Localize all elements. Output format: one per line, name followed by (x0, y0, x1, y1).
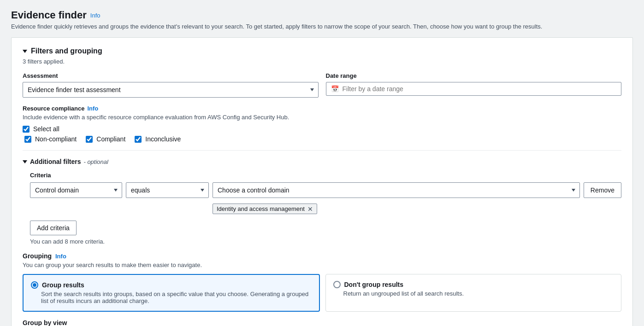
page-title: Evidence finder (11, 9, 87, 21)
section-divider (23, 150, 621, 151)
remove-criteria-button[interactable]: Remove (584, 182, 621, 198)
tags-container: Identity and access management ✕ (213, 204, 580, 214)
additional-filters-collapse-icon (23, 160, 27, 163)
criteria-section: Criteria Control domainControlAWS Servic… (30, 172, 621, 245)
compliance-label-row: Resource compliance Info (23, 105, 621, 112)
compliant-checkbox[interactable] (86, 136, 93, 143)
no-group-results-title-row: Don't group results (333, 281, 614, 288)
date-range-input[interactable] (343, 85, 617, 93)
filters-section-title: Filters and grouping (31, 47, 102, 55)
group-results-option[interactable]: Group results Sort the search results in… (23, 274, 320, 312)
assessment-select[interactable]: Evidence finder test assessment (23, 82, 319, 98)
select-all-label[interactable]: Select all (33, 125, 59, 133)
grouping-label-row: Grouping Info (23, 252, 621, 260)
inconclusive-row: Inconclusive (135, 135, 181, 143)
group-by-label: Group by view (23, 319, 621, 326)
additional-filters-title: Additional filters (30, 158, 81, 165)
no-group-results-radio (333, 281, 341, 288)
assessment-label: Assessment (23, 72, 319, 79)
criteria-row: Control domainControlAWS ServiceEvidence… (30, 182, 621, 214)
no-group-results-label: Don't group results (344, 281, 404, 288)
select-all-row: Select all (23, 125, 621, 133)
page-description: Evidence finder quickly retrieves and gr… (11, 23, 633, 30)
page-info-link[interactable]: Info (90, 12, 100, 19)
no-group-results-desc: Return an ungrouped list of all search r… (333, 290, 614, 297)
tag-remove-icon[interactable]: ✕ (307, 206, 313, 212)
group-by-section: Group by view Choose how you want to gro… (23, 319, 621, 326)
add-criteria-note: You can add 8 more criteria. (30, 238, 621, 245)
criteria-operator-select-wrapper: equalsnot equalscontains (126, 182, 209, 198)
compliant-label: Compliant (96, 135, 125, 143)
inconclusive-label: Inconclusive (145, 135, 181, 143)
date-range-label: Date range (326, 72, 622, 79)
criteria-type-select-wrapper: Control domainControlAWS ServiceEvidence… (30, 182, 122, 198)
assessment-group: Assessment Evidence finder test assessme… (23, 72, 319, 98)
date-range-group: Date range 📅 (326, 72, 622, 98)
inconclusive-checkbox[interactable] (135, 136, 142, 143)
filters-applied-count: 3 filters applied. (23, 58, 621, 65)
tag-identity-access: Identity and access management ✕ (213, 204, 317, 214)
non-compliant-label: Non-compliant (35, 135, 77, 143)
filters-section-header[interactable]: Filters and grouping (23, 47, 621, 55)
group-results-label: Group results (42, 281, 84, 289)
group-results-title-row: Group results (31, 281, 312, 289)
criteria-value-select-wrapper: Choose a control domain (213, 182, 580, 198)
no-group-results-option[interactable]: Don't group results Return an ungrouped … (325, 274, 622, 312)
grouping-info-link[interactable]: Info (55, 253, 66, 260)
grouping-title: Grouping (23, 252, 52, 260)
select-all-checkbox[interactable] (23, 126, 30, 133)
compliance-checkboxes: Select all Non-compliant Compliant Incon… (23, 125, 621, 143)
compliant-row: Compliant (86, 135, 125, 143)
main-card: Filters and grouping 3 filters applied. … (11, 37, 633, 326)
tag-label: Identity and access management (217, 205, 305, 212)
criteria-value-select[interactable]: Choose a control domain (213, 182, 580, 198)
compliance-label-text: Resource compliance (23, 105, 84, 112)
grouping-section: Grouping Info You can group your search … (23, 252, 621, 326)
non-compliant-checkbox[interactable] (24, 136, 31, 143)
collapse-icon (23, 50, 27, 53)
compliance-description: Include evidence with a specific resourc… (23, 114, 621, 121)
group-results-desc: Sort the search results into groups, bas… (31, 291, 312, 304)
calendar-icon: 📅 (331, 85, 339, 93)
date-range-input-wrapper: 📅 (326, 82, 622, 96)
grouping-description: You can group your search results to mak… (23, 262, 621, 268)
non-compliant-row: Non-compliant (24, 135, 77, 143)
add-criteria-button[interactable]: Add criteria (30, 221, 77, 235)
criteria-operator-select[interactable]: equalsnot equalscontains (126, 182, 209, 198)
assessment-select-wrapper: Evidence finder test assessment (23, 82, 319, 98)
compliance-info-link[interactable]: Info (87, 105, 98, 112)
criteria-label: Criteria (30, 172, 621, 179)
criteria-type-select[interactable]: Control domainControlAWS ServiceEvidence… (30, 182, 122, 198)
optional-label: - optional (83, 158, 108, 165)
group-results-radio (31, 281, 38, 289)
additional-filters-header[interactable]: Additional filters - optional (23, 158, 621, 165)
resource-compliance-section: Resource compliance Info Include evidenc… (23, 105, 621, 143)
grouping-options: Group results Sort the search results in… (23, 274, 621, 312)
additional-filters-section: Additional filters - optional Criteria C… (23, 158, 621, 245)
